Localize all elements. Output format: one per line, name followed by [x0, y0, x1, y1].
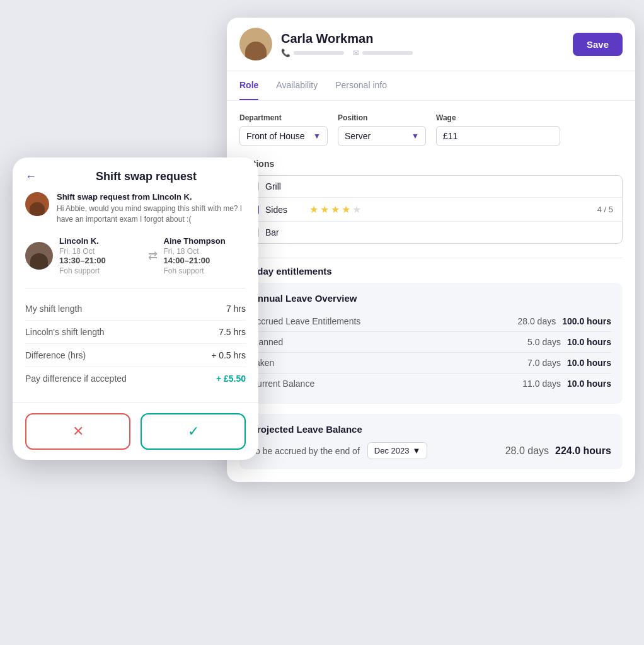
department-group: Department Front of House ▼ [239, 113, 328, 146]
avatar [239, 28, 272, 60]
swap-loc-aine: Foh support [164, 266, 246, 275]
star-3: ★ [331, 203, 340, 215]
notif-heading: Shift swap request from Lincoln K. [57, 192, 246, 202]
meta-row: 📞 ✉ [281, 49, 564, 57]
projected-label: To be accrued by the end of [251, 446, 360, 456]
annual-leave-box: Annual Leave Overview Accrued Leave Enti… [239, 283, 623, 404]
wage-label: Wage [436, 113, 560, 122]
wage-group: Wage [436, 113, 560, 146]
swap-date-aine: Fri, 18 Oct [164, 247, 246, 256]
station-row-sides: ✓ Sides ★ ★ ★ ★ ★ 4 / 5 [240, 198, 622, 222]
department-select[interactable]: Front of House ▼ [239, 126, 328, 146]
mobile-title: Shift swap request [47, 170, 246, 183]
station-name-bar: Bar [265, 227, 303, 237]
projected-days: 28.0 days [505, 445, 549, 457]
stat-row-pay-diff: Pay difference if accepted + £5.50 [25, 367, 246, 390]
wage-input[interactable] [436, 126, 560, 146]
leave-days-taken: 7.0 days [527, 358, 561, 368]
reject-button[interactable]: ✕ [25, 413, 130, 450]
position-label: Position [338, 113, 426, 122]
notification-row: Shift swap request from Lincoln K. Hi Ab… [25, 192, 246, 225]
leave-row-balance: Current Balance 11.0 days 10.0 hours [251, 374, 611, 394]
save-button[interactable]: Save [573, 33, 623, 56]
tab-personal-info[interactable]: Personal info [335, 71, 387, 100]
projected-values: 28.0 days 224.0 hours [505, 445, 611, 457]
employee-name: Carla Workman [281, 31, 564, 46]
action-buttons: ✕ ✓ [13, 402, 258, 460]
mobile-card: ← Shift swap request Shift swap request … [13, 157, 258, 460]
swap-time-aine: 14:00–21:00 [164, 256, 246, 265]
station-stars-sides: ★ ★ ★ ★ ★ [309, 203, 361, 215]
swap-row: Lincoln K. Fri, 18 Oct 13:30–21:00 Foh s… [25, 236, 246, 275]
projected-month-select[interactable]: Dec 2023 ▼ [367, 442, 428, 459]
star-1: ★ [309, 203, 318, 215]
projected-leave-title: Projected Leave Balance [251, 424, 611, 435]
leave-hours-accrued: 100.0 hours [562, 316, 611, 326]
back-button[interactable]: ← [25, 170, 37, 183]
leave-row-accrued: Accrued Leave Entitlements 28.0 days 100… [251, 311, 611, 332]
swap-time-lincoln: 13:30–21:00 [59, 256, 142, 265]
stat-value-my-shift: 7 hrs [226, 304, 246, 314]
tab-bar: Role Availability Personal info [227, 71, 635, 101]
stat-value-diff: + 0.5 hrs [211, 350, 246, 360]
leave-hours-planned: 10.0 hours [567, 337, 611, 347]
tab-role[interactable]: Role [239, 71, 258, 100]
stat-label-lincoln-shift: Lincoln's shift length [25, 327, 105, 337]
stat-value-lincoln-shift: 7.5 hrs [219, 327, 246, 337]
department-value: Front of House [246, 131, 305, 141]
leave-days-planned: 5.0 days [527, 337, 561, 347]
stat-row-my-shift: My shift length 7 hrs [25, 297, 246, 321]
chevron-down-icon: ▼ [411, 132, 419, 140]
position-value: Server [345, 131, 371, 141]
chevron-down-icon: ▼ [313, 132, 321, 140]
swap-loc-lincoln: Foh support [59, 266, 142, 275]
divider [25, 288, 246, 288]
swap-date-lincoln: Fri, 18 Oct [59, 247, 142, 256]
stat-value-pay-diff: + £5.50 [216, 374, 246, 384]
notif-text: Shift swap request from Lincoln K. Hi Ab… [57, 192, 246, 225]
desktop-card: Carla Workman 📞 ✉ Save Role Availability… [227, 18, 635, 482]
annual-leave-title: Annual Leave Overview [251, 293, 611, 304]
swap-info-aine: Aine Thompson Fri, 18 Oct 14:00–21:00 Fo… [164, 236, 246, 275]
leave-row-planned: Planned 5.0 days 10.0 hours [251, 332, 611, 353]
dc-body: Department Front of House ▼ Position Ser… [227, 101, 635, 482]
stat-label-my-shift: My shift length [25, 304, 82, 314]
swap-info-lincoln: Lincoln K. Fri, 18 Oct 13:30–21:00 Foh s… [59, 236, 142, 275]
tab-availability[interactable]: Availability [276, 71, 318, 100]
holiday-title: Holiday entitlements [239, 258, 623, 283]
star-count: 4 / 5 [597, 205, 613, 214]
swap-name-aine: Aine Thompson [164, 236, 246, 246]
mc-body: Shift swap request from Lincoln K. Hi Ab… [13, 192, 258, 402]
star-4: ★ [342, 203, 350, 215]
stat-label-diff: Difference (hrs) [25, 350, 86, 360]
leave-hours-balance: 10.0 hours [567, 379, 611, 389]
stat-row-diff: Difference (hrs) + 0.5 hrs [25, 344, 246, 367]
star-2: ★ [320, 203, 329, 215]
stat-row-lincoln-shift: Lincoln's shift length 7.5 hrs [25, 321, 246, 344]
swap-name-lincoln: Lincoln K. [59, 236, 142, 246]
meta-email: ✉ [353, 49, 413, 57]
stat-label-pay-diff: Pay difference if accepted [25, 374, 127, 384]
position-group: Position Server ▼ [338, 113, 426, 146]
station-name-grill: Grill [265, 181, 303, 191]
station-row-bar: Bar [240, 222, 622, 243]
phone-icon: 📞 [281, 49, 290, 57]
projected-row: To be accrued by the end of Dec 2023 ▼ 2… [251, 442, 611, 459]
person-avatar-lincoln [25, 242, 53, 270]
department-label: Department [239, 113, 328, 122]
leave-hours-taken: 10.0 hours [567, 358, 611, 368]
leave-label-accrued: Accrued Leave Entitlements [251, 316, 360, 326]
stations-box: Grill ✓ Sides ★ ★ ★ ★ ★ 4 / 5 Bar [239, 175, 623, 244]
leave-days-accrued: 28.0 days [517, 316, 556, 326]
leave-days-balance: 11.0 days [522, 379, 561, 389]
dc-header: Carla Workman 📞 ✉ Save [227, 18, 635, 71]
projected-month-value: Dec 2023 [374, 446, 410, 455]
leave-row-taken: Taken 7.0 days 10.0 hours [251, 353, 611, 374]
accept-button[interactable]: ✓ [141, 413, 246, 450]
position-select[interactable]: Server ▼ [338, 126, 426, 146]
notif-body: Hi Abbie, would you mind swapping this s… [57, 203, 246, 225]
station-row-grill: Grill [240, 176, 622, 198]
stations-label: Stations [239, 159, 623, 169]
projected-leave-box: Projected Leave Balance To be accrued by… [239, 414, 623, 469]
email-icon: ✉ [353, 49, 359, 57]
